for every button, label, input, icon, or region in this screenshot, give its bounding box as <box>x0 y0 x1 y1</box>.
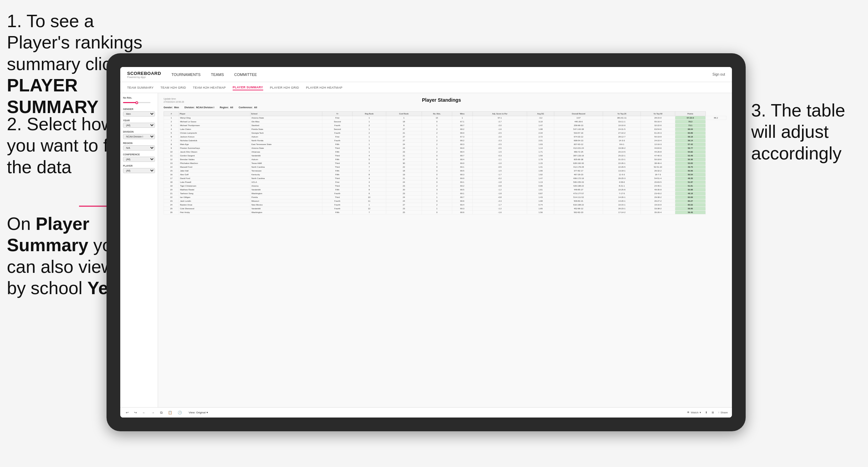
table-row[interactable]: 16Alex GoffKentuckyFifth819068.3-1.71.92… <box>164 173 726 177</box>
undo-btn[interactable]: ↩ <box>124 410 130 415</box>
table-cell: 1.50 <box>527 154 554 158</box>
table-row[interactable]: 15Jake HallTennesseeFifth718068.5-1.51.6… <box>164 169 726 173</box>
table-row[interactable]: 7Nicholas GabrelcikNorth FloridaFourth12… <box>164 139 726 143</box>
table-cell: 53.49 <box>675 154 706 158</box>
table-cell: 4 <box>353 177 386 180</box>
filter-gender-value: Men <box>174 106 179 109</box>
table-cell: Fifth <box>322 173 353 177</box>
table-cell: 28-12-7 <box>603 135 641 139</box>
nav-tournaments[interactable]: TOURNAMENTS <box>171 71 201 78</box>
table-row[interactable]: 14Maxwell FordNorth CarolinaThird722069.… <box>164 165 726 169</box>
table-cell: 23 <box>386 207 422 211</box>
tab-team-h2h-grid[interactable]: TEAM H2H GRID <box>160 85 186 90</box>
table-cell: Jacob Shiv Olesen <box>179 150 250 154</box>
forward-btn[interactable]: → <box>150 410 156 415</box>
table-row[interactable]: 25Cole SherwoodVanderbiltFourth1223169.3… <box>164 207 726 211</box>
table-row[interactable]: 6Jackson KoivunAuburnFirst127167.3-2.02.… <box>164 135 726 139</box>
table-cell: 11 <box>164 154 179 158</box>
table-cell: 8 <box>164 143 179 146</box>
table-cell: 16 <box>164 173 179 177</box>
table-cell: 13-18-1 <box>603 169 641 173</box>
no-rds-slider[interactable] <box>123 102 151 103</box>
table-row[interactable]: 11Gordon SargentVanderbiltThird421068.7-… <box>164 154 726 158</box>
sign-out-link[interactable]: Sign out <box>712 73 725 76</box>
table-cell: 2 <box>422 143 452 146</box>
tab-player-h2h-heatmap[interactable]: PLAYER H2H HEATMAP <box>306 85 342 90</box>
table-cell: 24-31-5 <box>603 127 641 131</box>
table-row[interactable]: 2Michael Le SassoOle MissSecond118067.1-… <box>164 120 726 124</box>
table-cell: 49.75 <box>675 165 706 169</box>
table-cell: Nicholas Gabrelcik <box>179 139 250 143</box>
table-row[interactable]: 1Wenyi DingArizona StateFirst1115167.1-3… <box>164 116 726 120</box>
table-row[interactable]: 9Preston SummerhaysArizona StateThird324… <box>164 146 726 150</box>
table-cell: 68.3 <box>452 143 472 146</box>
grid-btn[interactable]: ⊞ <box>712 411 714 414</box>
filter-conference-value: All <box>254 106 257 109</box>
table-cell: 51.87 <box>675 180 706 184</box>
download-btn[interactable]: ⬇ <box>705 411 708 414</box>
redo-btn[interactable]: ↪ <box>133 410 138 415</box>
view-label[interactable]: View: Original ▾ <box>189 411 208 414</box>
table-cell: -1.2 <box>472 207 527 211</box>
table-row[interactable]: 5Christo LamprechtGeorgia TechFourth2212… <box>164 131 726 135</box>
nav-teams[interactable]: TEAMS <box>211 71 224 78</box>
filter-conference-label: Conference: <box>238 106 253 109</box>
table-cell: 69.2 <box>452 184 472 188</box>
table-cell: 25-22-1 <box>603 154 641 158</box>
table-cell: Third <box>322 184 353 188</box>
table-cell: -1.5 <box>472 169 527 173</box>
filter-division-label: Division: <box>185 106 195 109</box>
table-row[interactable]: 23Jack LundinMissouriFourth1124068.6-2.3… <box>164 199 726 203</box>
table-row[interactable]: 4Luke ClatonFlorida StateSecond127268.2-… <box>164 127 726 131</box>
tab-team-summary[interactable]: TEAM SUMMARY <box>127 85 154 90</box>
table-row[interactable]: 24Bastien AmatNew MexicoFourth127269.4-1… <box>164 203 726 207</box>
table-cell: 14-20-1 <box>603 199 641 203</box>
table-cell: Stanford <box>250 124 322 127</box>
table-row[interactable]: 13Phichaksn MaichonTexas A&MThird630169.… <box>164 162 726 165</box>
table-row[interactable]: 19Tiger ChristensenArizonaThird523269.2-… <box>164 184 726 188</box>
table-cell: 27 <box>386 203 422 207</box>
table-row[interactable]: 26Petr HrubyWashingtonFifth725068.6-1.61… <box>164 211 726 214</box>
copy-btn[interactable]: ⧉ <box>159 410 164 415</box>
table-row[interactable]: 8Mats EgeEast Tennessee StateFifth124268… <box>164 143 726 146</box>
division-select[interactable]: NCAA Division I <box>123 134 155 139</box>
table-row[interactable]: 12Brendan ValdesAuburnFifth537068.4-1.11… <box>164 158 726 162</box>
table-cell: 1 <box>353 116 386 120</box>
table-cell: 50-18-6 <box>641 158 675 162</box>
back-btn[interactable]: ← <box>141 410 147 415</box>
logo-text: SCOREBOARD <box>127 71 161 76</box>
gender-select[interactable]: Men <box>123 111 155 116</box>
table-cell: Fourth <box>322 203 353 207</box>
table-cell: 60.27 <box>675 199 706 203</box>
table-row[interactable]: 21Taehoon SongWashingtonFourth623169.1-1… <box>164 192 726 196</box>
table-row[interactable]: 3Michael ThorbjornsenStanfordFourth28168… <box>164 124 726 127</box>
table-cell: -2.3 <box>472 139 527 143</box>
paste-btn[interactable]: 📋 <box>167 410 174 415</box>
table-cell: 20-63-5 <box>641 180 675 184</box>
watch-btn[interactable]: 👁 Watch ▾ <box>687 411 701 414</box>
year-select[interactable]: (All) <box>123 123 155 128</box>
nav-committee[interactable]: COMMITTEE <box>234 71 257 78</box>
player-select[interactable]: (All) <box>123 168 155 173</box>
region-select[interactable]: N/A <box>123 145 155 151</box>
clock-btn[interactable]: 🕐 <box>176 410 183 415</box>
table-cell: Texas A&M <box>250 162 322 165</box>
col-reg-rank: Reg Rank <box>353 112 386 116</box>
tab-player-h2h-grid[interactable]: PLAYER H2H GRID <box>270 85 299 90</box>
tab-player-summary[interactable]: PLAYER SUMMARY <box>233 85 263 90</box>
table-cell: 2 <box>422 127 452 131</box>
filter-region: Region: All <box>220 106 233 109</box>
table-cell: 7-17-5 <box>603 192 641 196</box>
table-cell: 63-54-6 <box>641 127 675 131</box>
table-row[interactable]: 10Jacob Shiv OlesenArkansasFifth123268.4… <box>164 150 726 154</box>
table-row[interactable]: 18Luke PowellUCLAFirst424069.1-1.81.1350… <box>164 180 726 184</box>
table-cell: -0.8 <box>472 184 527 188</box>
tab-team-h2h-heatmap[interactable]: TEAM H2H HEATMAP <box>193 85 226 90</box>
table-cell: 628-192-30 <box>554 162 603 165</box>
table-row[interactable]: 17David FordNorth CarolinaThird421069.0-… <box>164 177 726 180</box>
player-label: Player <box>123 165 155 167</box>
table-row[interactable]: 20Matthew RiedelVanderbiltFifth920368.5-… <box>164 188 726 192</box>
conference-select[interactable]: (All) <box>123 157 155 162</box>
share-btn[interactable]: ↑ Share <box>718 411 728 414</box>
table-row[interactable]: 22Ian GilliganFloridaThird1024168.7-0.81… <box>164 196 726 199</box>
